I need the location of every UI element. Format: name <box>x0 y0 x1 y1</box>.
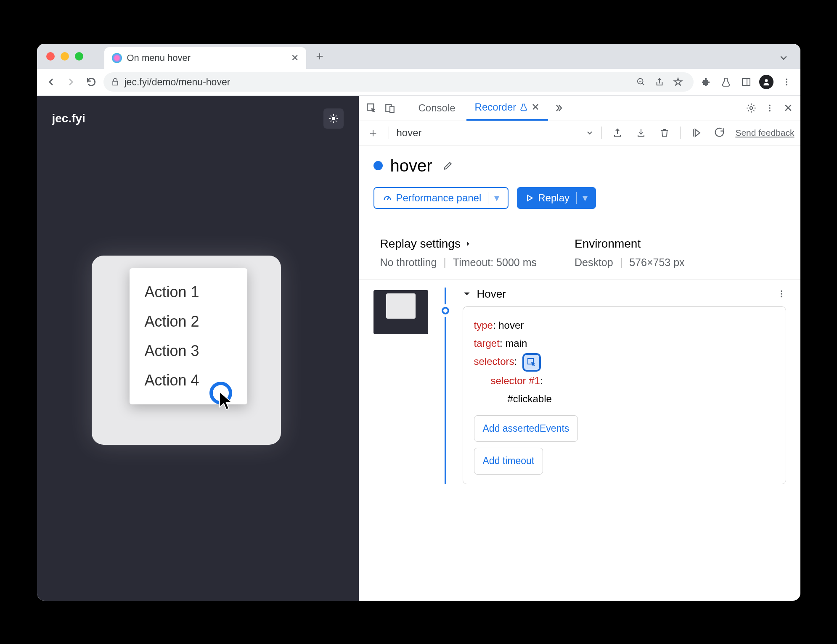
labs-icon[interactable] <box>718 74 734 90</box>
hover-menu: Action 1 Action 2 Action 3 Action 4 <box>130 268 247 404</box>
tabs-dropdown-icon[interactable] <box>779 53 789 63</box>
tab-recorder[interactable]: Recorder ✕ <box>466 96 548 121</box>
recording-name: hover <box>390 156 432 175</box>
page-title: jec.fyi <box>52 112 85 125</box>
profile-avatar[interactable] <box>758 74 774 90</box>
cursor-icon <box>219 391 236 410</box>
svg-point-5 <box>786 84 787 86</box>
timeline-node-icon[interactable] <box>442 307 449 314</box>
svg-rect-9 <box>390 107 394 113</box>
close-devtools-icon[interactable]: ✕ <box>780 100 796 116</box>
export-icon[interactable] <box>609 125 625 141</box>
window-minimize-button[interactable] <box>61 52 69 61</box>
tab-console[interactable]: Console <box>410 96 464 121</box>
viewport-value: 576×753 px <box>629 256 684 269</box>
labs-icon <box>519 103 528 111</box>
menu-item[interactable]: Action 1 <box>130 277 247 307</box>
chevron-down-icon[interactable]: ▾ <box>576 192 588 204</box>
close-icon[interactable]: ✕ <box>531 101 540 113</box>
replay-settings-header[interactable]: Replay settings <box>380 237 537 251</box>
zoom-icon[interactable] <box>633 74 649 90</box>
theme-toggle-button[interactable] <box>323 108 344 129</box>
step-menu-icon[interactable] <box>777 289 786 298</box>
bookmark-icon[interactable] <box>670 74 686 90</box>
svg-point-11 <box>769 105 771 106</box>
share-icon[interactable] <box>652 74 667 90</box>
svg-rect-1 <box>742 79 750 85</box>
hover-card[interactable]: Hover over me! Action 1 Action 2 Action … <box>92 256 281 445</box>
reload-button[interactable] <box>83 74 99 90</box>
environment-header: Environment <box>575 237 685 251</box>
rendered-page: jec.fyi Hover over me! Action 1 Action 2… <box>37 96 359 601</box>
url-text: jec.fyi/demo/menu-hover <box>124 77 230 88</box>
step-forward-icon[interactable] <box>688 125 704 141</box>
kebab-menu-icon[interactable] <box>779 74 795 90</box>
chevron-down-icon[interactable] <box>585 129 594 137</box>
more-tabs-icon[interactable] <box>551 100 567 116</box>
svg-point-2 <box>765 79 768 82</box>
chevron-right-icon <box>465 240 471 247</box>
import-icon[interactable] <box>633 125 649 141</box>
window-close-button[interactable] <box>46 52 55 61</box>
gauge-icon <box>383 193 392 203</box>
chevron-down-icon[interactable] <box>463 290 471 298</box>
svg-point-4 <box>786 81 787 83</box>
timeout-value: Timeout: 5000 ms <box>453 256 537 269</box>
tab-close-icon[interactable]: ✕ <box>291 53 299 63</box>
sidepanel-icon[interactable] <box>738 74 754 90</box>
svg-point-6 <box>332 117 335 120</box>
step-properties: type: hover target: main selectors: sele… <box>463 306 786 484</box>
performance-panel-button[interactable]: Performance panel ▾ <box>373 187 509 209</box>
step-thumbnail <box>373 290 428 334</box>
back-button[interactable] <box>43 74 59 90</box>
chevron-down-icon[interactable]: ▾ <box>488 192 499 204</box>
pick-selector-button[interactable] <box>522 353 541 372</box>
settings-icon[interactable] <box>743 100 759 116</box>
forward-button[interactable] <box>63 74 79 90</box>
menu-item[interactable]: Action 3 <box>130 336 247 366</box>
add-timeout-button[interactable]: Add timeout <box>474 448 543 474</box>
extensions-icon[interactable] <box>698 74 714 90</box>
delete-icon[interactable] <box>657 125 673 141</box>
step-name: Hover <box>477 288 506 301</box>
recording-status-icon <box>373 161 383 170</box>
send-feedback-link[interactable]: Send feedback <box>735 128 794 138</box>
device-value: Desktop <box>575 256 613 269</box>
step-back-icon[interactable] <box>712 125 728 141</box>
device-toggle-icon[interactable] <box>382 100 398 116</box>
favicon <box>112 53 122 63</box>
lock-icon <box>111 78 119 86</box>
inspect-icon[interactable] <box>363 100 379 116</box>
window-zoom-button[interactable] <box>75 52 83 61</box>
svg-point-15 <box>781 293 782 295</box>
tab-title: On menu hover <box>127 53 286 63</box>
svg-point-12 <box>769 107 771 109</box>
svg-point-10 <box>750 107 752 110</box>
svg-point-13 <box>769 110 771 112</box>
svg-point-14 <box>781 290 782 292</box>
address-bar[interactable]: jec.fyi/demo/menu-hover <box>103 72 694 92</box>
new-recording-button[interactable]: ＋ <box>365 125 381 141</box>
edit-name-icon[interactable] <box>440 158 456 174</box>
add-asserted-events-button[interactable]: Add assertedEvents <box>474 415 578 442</box>
kebab-menu-icon[interactable] <box>762 100 778 116</box>
replay-button[interactable]: Replay ▾ <box>517 187 596 209</box>
menu-item[interactable]: Action 2 <box>130 307 247 336</box>
svg-point-16 <box>781 296 782 298</box>
browser-tab[interactable]: On menu hover ✕ <box>104 47 306 69</box>
window-titlebar: On menu hover ✕ ＋ <box>37 44 800 69</box>
new-tab-button[interactable]: ＋ <box>314 48 326 64</box>
svg-point-3 <box>786 79 787 80</box>
browser-toolbar: jec.fyi/demo/menu-hover <box>37 69 800 96</box>
recording-selector[interactable]: hover <box>397 127 578 139</box>
play-icon <box>525 194 534 202</box>
devtools-panel: Console Recorder ✕ ✕ ＋ hover <box>359 96 800 601</box>
throttling-value: No throttling <box>380 256 437 269</box>
